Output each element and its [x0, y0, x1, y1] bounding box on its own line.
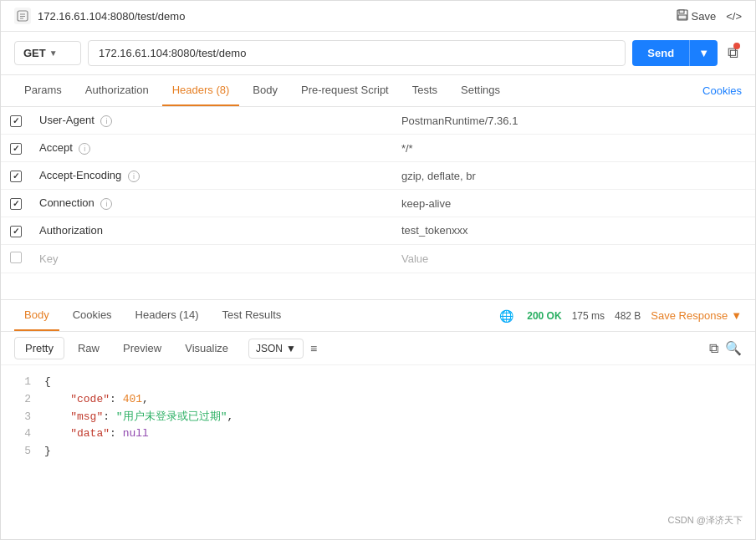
save-button[interactable]: Save [677, 9, 717, 23]
info-icon-1[interactable]: i [100, 115, 112, 127]
tab-cookies[interactable]: Cookies [702, 76, 742, 105]
send-dropdown-button[interactable]: ▼ [689, 40, 718, 66]
info-icon-2[interactable]: i [79, 143, 90, 155]
header-val-3: gzip, deflate, br [393, 162, 755, 190]
header-key-placeholder[interactable]: Key [31, 244, 393, 273]
headers-table: User-Agent i PostmanRuntime/7.36.1 Accep… [1, 107, 755, 273]
tabs-left: Params Authorization Headers (8) Body Pr… [14, 75, 510, 106]
header-val-5: test_tokenxxx [393, 217, 755, 245]
chevron-down-icon: ▼ [49, 48, 58, 58]
table-row: Authorization test_tokenxxx [1, 217, 755, 245]
header-checkbox-1[interactable] [10, 115, 22, 127]
clipboard-button[interactable]: ⧉ [724, 41, 742, 65]
info-icon-3[interactable]: i [128, 171, 140, 182]
header-checkbox-5[interactable] [10, 226, 22, 237]
format-tab-pretty[interactable]: Pretty [14, 337, 64, 359]
json-key-data: "data" [70, 427, 110, 440]
response-tab-cookies[interactable]: Cookies [63, 300, 122, 331]
tab-prerequest[interactable]: Pre-request Script [291, 75, 399, 106]
json-line-5: 5 } [14, 443, 742, 461]
json-val-msg: "用户未登录或已过期" [116, 410, 227, 423]
status-code: 200 OK [527, 310, 561, 322]
tab-tests[interactable]: Tests [402, 75, 447, 106]
line-num: 5 [14, 443, 31, 461]
globe-icon: 🌐 [499, 309, 513, 323]
response-tab-test-results[interactable]: Test Results [212, 300, 291, 331]
format-tab-visualize[interactable]: Visualize [175, 338, 238, 359]
info-icon-4[interactable]: i [100, 198, 112, 210]
json-key-msg: "msg" [70, 410, 103, 423]
method-label: GET [23, 47, 46, 59]
header-key-5: Authorization [31, 217, 393, 245]
header-key-4: Connection i [31, 190, 393, 217]
table-row: Accept i */* [1, 135, 755, 162]
response-tabs-bar: Body Cookies Headers (14) Test Results 🌐… [1, 300, 755, 332]
notification-badge [733, 43, 740, 49]
send-button[interactable]: Send [632, 40, 689, 66]
send-label: Send [632, 40, 689, 66]
header-key-2: Accept i [31, 135, 393, 162]
json-line-1: 1 { [14, 374, 742, 391]
table-row: Key Value [1, 244, 755, 273]
chevron-down-icon: ▼ [286, 343, 296, 354]
filter-icon[interactable]: ≡ [310, 342, 317, 355]
response-tabs-left: Body Cookies Headers (14) Test Results [14, 300, 291, 331]
json-val-data: null [123, 427, 149, 440]
title-right: Save </> [677, 9, 742, 23]
tab-headers[interactable]: Headers (8) [162, 75, 240, 106]
svg-rect-5 [679, 10, 684, 13]
format-right: ⧉ 🔍 [709, 340, 742, 356]
json-val-code: 401 [123, 393, 142, 405]
json-brace-close: } [44, 443, 51, 461]
format-tab-preview[interactable]: Preview [113, 338, 171, 359]
header-val-2: */* [393, 135, 755, 162]
line-num: 1 [14, 374, 31, 391]
json-line-2: 2 "code": 401, [14, 391, 742, 409]
url-input[interactable] [88, 40, 626, 66]
request-icon [14, 8, 31, 24]
header-key-3: Accept-Encoding i [31, 162, 393, 190]
header-val-1: PostmanRuntime/7.36.1 [393, 107, 755, 135]
tab-authorization[interactable]: Authorization [75, 75, 159, 106]
title-bar: 172.16.61.104:8080/test/demo Save </> [1, 1, 755, 32]
chevron-down-icon: ▼ [731, 309, 742, 322]
title-left: 172.16.61.104:8080/test/demo [14, 8, 185, 24]
tab-params[interactable]: Params [14, 75, 72, 106]
table-row: User-Agent i PostmanRuntime/7.36.1 [1, 107, 755, 135]
request-tabs: Params Authorization Headers (8) Body Pr… [1, 75, 755, 107]
format-bar: Pretty Raw Preview Visualize JSON ▼ ≡ ⧉ … [1, 332, 755, 365]
header-key-1: User-Agent i [31, 107, 393, 135]
tab-body[interactable]: Body [243, 75, 288, 106]
copy-icon[interactable]: ⧉ [709, 341, 718, 356]
title-url: 172.16.61.104:8080/test/demo [38, 10, 185, 23]
method-select[interactable]: GET ▼ [14, 41, 81, 65]
header-checkbox-2[interactable] [10, 143, 22, 155]
header-checkbox-3[interactable] [10, 171, 22, 182]
response-tab-headers[interactable]: Headers (14) [125, 300, 209, 331]
header-checkbox-6[interactable] [10, 252, 22, 263]
response-time: 175 ms [572, 310, 605, 322]
response-section: Body Cookies Headers (14) Test Results 🌐… [1, 299, 755, 539]
table-row: Connection i keep-alive [1, 190, 755, 217]
tab-settings[interactable]: Settings [451, 75, 510, 106]
line-num: 2 [14, 391, 31, 409]
search-icon[interactable]: 🔍 [725, 340, 742, 356]
watermark: CSDN @泽济天下 [668, 514, 743, 527]
json-key-code: "code" [70, 393, 110, 405]
header-checkbox-4[interactable] [10, 198, 22, 210]
header-val-4: keep-alive [393, 190, 755, 217]
app-window: 172.16.61.104:8080/test/demo Save </> GE… [0, 0, 756, 540]
format-tab-raw[interactable]: Raw [68, 338, 110, 359]
header-val-placeholder[interactable]: Value [393, 244, 755, 273]
table-row: Accept-Encoding i gzip, deflate, br [1, 162, 755, 190]
response-status: 🌐 200 OK 175 ms 482 B Save Response ▼ [499, 309, 742, 323]
response-size: 482 B [615, 310, 641, 322]
svg-rect-6 [678, 15, 687, 19]
json-format-select[interactable]: JSON ▼ [248, 339, 304, 359]
code-button[interactable]: </> [726, 10, 742, 23]
save-response-button[interactable]: Save Response ▼ [651, 309, 742, 322]
response-tab-body[interactable]: Body [14, 300, 59, 331]
json-line-4: 4 "data": null [14, 425, 742, 443]
line-num: 4 [14, 425, 31, 443]
send-arrow-icon: ▼ [689, 40, 718, 66]
